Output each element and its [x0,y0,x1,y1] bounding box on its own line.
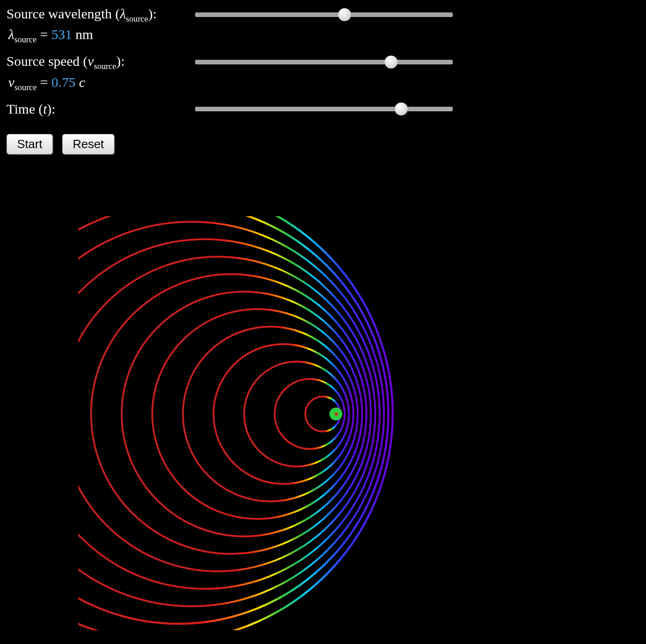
doppler-diagram [0,202,646,644]
speed-slider-thumb[interactable] [385,56,398,69]
wavelength-readout: λsource = 531 nm [8,27,640,45]
speed-slider[interactable] [195,60,453,64]
time-slider-thumb[interactable] [395,103,408,115]
wavelength-slider[interactable] [195,12,453,17]
svg-point-0 [78,216,393,630]
speed-readout: vsource = 0.75 c [8,75,640,92]
start-button[interactable]: Start [6,134,53,155]
time-slider[interactable] [195,107,453,111]
time-label: Time (t): [6,101,195,117]
svg-point-5 [91,274,371,554]
svg-point-1 [78,216,388,624]
speed-label: Source speed (vsource): [6,53,195,71]
wavelength-label: Source wavelength (λsource): [6,6,195,24]
reset-button[interactable]: Reset [62,134,115,155]
wavelength-slider-thumb[interactable] [338,8,351,21]
